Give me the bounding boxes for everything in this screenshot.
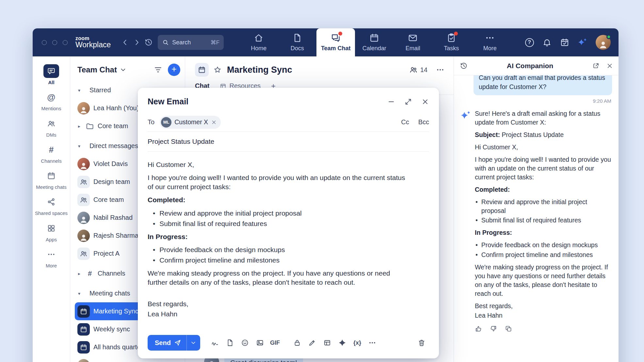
- expand-button[interactable]: [404, 98, 412, 106]
- new-chat-button[interactable]: +: [168, 64, 180, 76]
- rail-item-dms[interactable]: DMs: [33, 114, 70, 140]
- bcc-button[interactable]: Bcc: [418, 118, 429, 126]
- tab-email[interactable]: Email: [394, 28, 432, 56]
- edit-button[interactable]: [305, 335, 320, 350]
- cc-button[interactable]: Cc: [401, 118, 409, 126]
- send-options-button[interactable]: [186, 335, 200, 351]
- ai-companion-button[interactable]: [575, 35, 590, 50]
- remove-recipient-button[interactable]: [211, 119, 217, 125]
- chat-name: Design team: [93, 178, 130, 186]
- user-avatar[interactable]: [596, 35, 611, 50]
- ai-in-progress-list: •Provide feedback on the design mockups …: [475, 241, 612, 259]
- ai-close-button[interactable]: [606, 62, 613, 69]
- ai-conversation[interactable]: Can you draft an email that provides a s…: [454, 75, 619, 362]
- encryption-button[interactable]: [290, 335, 305, 350]
- tab-home[interactable]: Home: [239, 28, 278, 56]
- emoji-button[interactable]: [237, 335, 252, 350]
- member-count[interactable]: 14: [409, 66, 427, 74]
- ai-body-intro: I hope you're doing well! I wanted to pr…: [475, 155, 612, 182]
- window-minimize-button[interactable]: [52, 40, 57, 45]
- calendar-check-button[interactable]: [557, 35, 572, 50]
- ai-subject-line: Subject: Project Status Update: [475, 130, 612, 139]
- tab-label: Tasks: [444, 45, 459, 52]
- rail-item-mentions[interactable]: @ Mentions: [33, 88, 70, 114]
- filter-button[interactable]: [153, 65, 163, 74]
- person-icon: [207, 359, 217, 362]
- at-icon: @: [43, 90, 59, 104]
- rail-item-apps[interactable]: Apps: [33, 219, 70, 245]
- discard-draft-button[interactable]: [414, 335, 429, 350]
- ai-popout-button[interactable]: [592, 62, 600, 69]
- chevron-down-icon[interactable]: [120, 66, 127, 73]
- list-item: •Review and approve the initial project …: [475, 198, 612, 215]
- minimize-button[interactable]: [387, 98, 395, 106]
- variables-button[interactable]: {x}: [350, 335, 365, 350]
- hash-icon: #: [43, 143, 59, 157]
- tab-calendar[interactable]: Calendar: [355, 28, 394, 56]
- ai-panel-title: AI Companion: [470, 62, 590, 70]
- search-input[interactable]: [172, 39, 200, 46]
- template-button[interactable]: [320, 335, 335, 350]
- chat-name: Nabil Rashad: [93, 214, 133, 221]
- tab-team-chat[interactable]: Team Chat: [316, 28, 355, 56]
- star-icon[interactable]: [213, 66, 222, 74]
- rail-item-all[interactable]: All: [33, 62, 70, 88]
- search-shortcut: ⌘F: [211, 39, 219, 46]
- section-label: Direct messages: [89, 142, 138, 150]
- tab-tasks[interactable]: Tasks: [432, 28, 471, 56]
- email-body-editor[interactable]: Hi Customer X, I hope you're doing well!…: [148, 152, 409, 330]
- rail-item-shared-spaces[interactable]: Shared spaces: [33, 192, 70, 219]
- minimize-icon: [387, 98, 395, 106]
- ai-assist-button[interactable]: [335, 335, 350, 350]
- email-in-progress-list: •Provide feedback on the design mockups …: [148, 245, 409, 265]
- pencil-icon: [308, 339, 316, 347]
- ai-signature: Lea Hahn: [475, 311, 612, 320]
- insert-image-button[interactable]: [252, 335, 267, 350]
- gif-button[interactable]: GIF: [267, 335, 282, 350]
- ai-user-message-row: Can you draft an email that provides a s…: [460, 75, 612, 95]
- tab-label: Email: [406, 45, 420, 52]
- window-close-button[interactable]: [42, 40, 47, 45]
- ai-signoff: Best regards,: [475, 302, 612, 310]
- attach-file-button[interactable]: [222, 335, 237, 350]
- history-icon: [144, 38, 153, 47]
- ai-history-button[interactable]: [460, 62, 468, 70]
- send-button[interactable]: Send: [148, 335, 186, 351]
- help-button[interactable]: ?: [522, 35, 537, 50]
- thumbs-up-icon: [475, 325, 482, 332]
- chat-name: Lea Hanh (You): [93, 104, 139, 112]
- group-icon: [77, 194, 90, 206]
- forward-button[interactable]: [131, 37, 143, 48]
- rail-item-more[interactable]: More: [33, 245, 70, 271]
- email-intro: I hope you're doing well! I wanted to pr…: [148, 173, 409, 191]
- history-button[interactable]: [143, 37, 154, 48]
- folder-icon: [86, 122, 94, 130]
- notifications-button[interactable]: [539, 35, 555, 50]
- copy-button[interactable]: [505, 325, 512, 332]
- toolbar-more-button[interactable]: [365, 335, 380, 350]
- rail-item-channels[interactable]: # Channels: [33, 140, 70, 166]
- meeting-icon: [77, 341, 90, 354]
- back-button[interactable]: [119, 37, 131, 48]
- caret-right-icon: ▸: [77, 124, 82, 129]
- thumbs-down-button[interactable]: [490, 325, 497, 332]
- email-modal-header: New Email: [148, 97, 429, 106]
- chat-list-header: Team Chat +: [75, 64, 182, 81]
- rail-label: DMs: [46, 132, 56, 138]
- search-bar[interactable]: ⌘F: [158, 35, 224, 50]
- signature-button[interactable]: [207, 335, 222, 350]
- close-icon: [606, 62, 613, 69]
- thumbs-up-button[interactable]: [475, 325, 482, 332]
- subject-field[interactable]: Project Status Update: [148, 132, 429, 152]
- close-email-button[interactable]: [421, 98, 429, 106]
- chat-more-button[interactable]: [436, 66, 444, 74]
- recipient-chip[interactable]: ML Customer X: [160, 116, 221, 129]
- email-completed-heading: Completed:: [148, 195, 409, 204]
- avatar: [77, 359, 90, 362]
- rail-item-meeting-chats[interactable]: Meeting chats: [33, 166, 70, 192]
- to-label: To: [148, 118, 154, 126]
- history-icon: [460, 62, 468, 70]
- tab-more[interactable]: More: [471, 28, 509, 56]
- window-zoom-button[interactable]: [63, 40, 68, 45]
- tab-docs[interactable]: Docs: [278, 28, 316, 56]
